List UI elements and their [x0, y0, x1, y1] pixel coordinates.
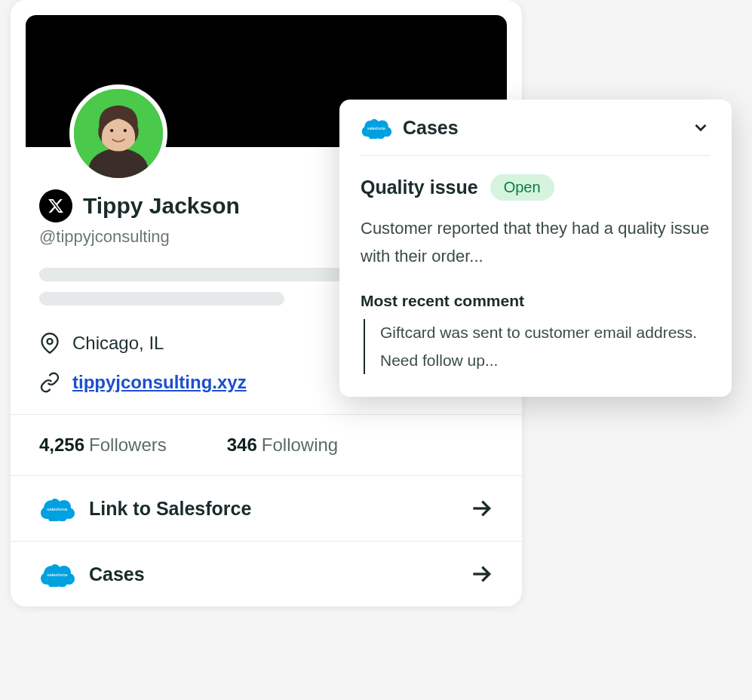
cases-panel-title: Cases: [403, 117, 459, 139]
svg-text:salesforce: salesforce: [367, 126, 385, 130]
cases-label: Cases: [89, 563, 145, 585]
status-badge: Open: [490, 174, 554, 201]
cases-panel: salesforce Cases Quality issue Open Cust…: [339, 100, 732, 397]
salesforce-icon: salesforce: [39, 496, 75, 521]
following-label: Following: [262, 434, 338, 455]
followers-label: Followers: [89, 434, 167, 455]
link-icon: [39, 372, 60, 393]
svg-point-3: [110, 129, 113, 132]
salesforce-icon: salesforce: [39, 561, 75, 587]
svg-point-5: [48, 339, 53, 344]
cases-button[interactable]: salesforce Cases: [11, 541, 522, 606]
location-pin-icon: [39, 333, 60, 354]
following-stat[interactable]: 346Following: [227, 434, 338, 456]
website-link[interactable]: tippyjconsulting.xyz: [72, 372, 247, 393]
salesforce-icon: salesforce: [361, 116, 392, 139]
arrow-right-icon: [469, 562, 493, 586]
cases-panel-header[interactable]: salesforce Cases: [361, 116, 711, 156]
display-name: Tippy Jackson: [83, 193, 240, 219]
svg-point-4: [124, 129, 127, 132]
svg-text:salesforce: salesforce: [47, 507, 68, 511]
x-icon: [39, 189, 72, 223]
followers-stat[interactable]: 4,256Followers: [39, 434, 167, 456]
stats-row: 4,256Followers 346Following: [11, 414, 522, 475]
location-text: Chicago, IL: [72, 333, 164, 354]
svg-text:salesforce: salesforce: [47, 573, 68, 577]
arrow-right-icon: [469, 496, 493, 520]
following-count: 346: [227, 434, 257, 455]
chevron-down-icon[interactable]: [691, 118, 711, 137]
link-salesforce-button[interactable]: salesforce Link to Salesforce: [11, 475, 522, 541]
case-description: Customer reported that they had a qualit…: [361, 214, 711, 271]
recent-comment-heading: Most recent comment: [361, 292, 711, 310]
link-salesforce-label: Link to Salesforce: [89, 498, 251, 520]
avatar[interactable]: [69, 84, 167, 183]
followers-count: 4,256: [39, 434, 84, 455]
skeleton-line: [39, 292, 284, 305]
case-title-row: Quality issue Open: [361, 174, 711, 201]
avatar-image: [74, 89, 163, 178]
recent-comment-body: Giftcard was sent to customer email addr…: [364, 319, 711, 375]
case-title: Quality issue: [361, 177, 478, 198]
